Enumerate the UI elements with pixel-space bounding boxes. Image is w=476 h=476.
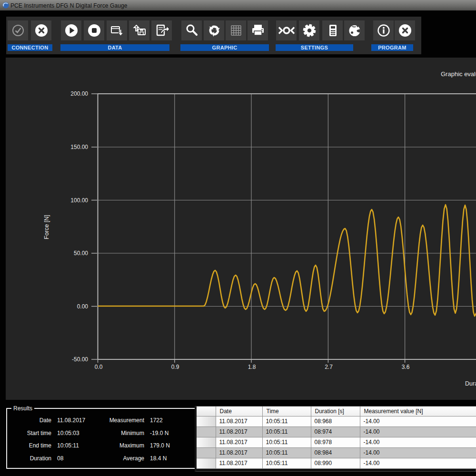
svg-text:200.00: 200.00	[70, 90, 88, 97]
svg-text:0.0: 0.0	[95, 364, 103, 370]
svg-text:0.9: 0.9	[171, 364, 179, 370]
svg-text:-50.00: -50.00	[72, 356, 88, 363]
svg-text:150.00: 150.00	[70, 144, 88, 150]
svg-text:50.00: 50.00	[74, 250, 88, 257]
svg-text:Force [N]: Force [N]	[43, 215, 50, 239]
svg-text:2.7: 2.7	[325, 364, 333, 370]
svg-text:1.8: 1.8	[248, 364, 256, 370]
svg-text:3.6: 3.6	[402, 364, 410, 370]
svg-text:100.00: 100.00	[70, 197, 88, 204]
svg-text:0.00: 0.00	[77, 303, 89, 310]
svg-text:Graphic evaluation: Graphic evaluation	[441, 70, 476, 78]
svg-text:Duration [s]: Duration [s]	[465, 380, 476, 387]
